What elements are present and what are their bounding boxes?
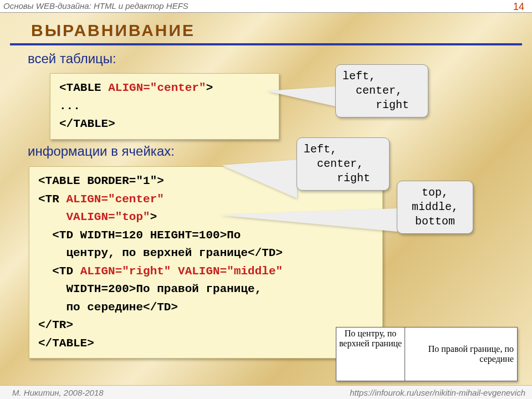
footer-author: М. Никитин, 2008-2018 <box>12 388 104 397</box>
callout-tail <box>219 208 397 232</box>
code-block-table-align: <TABLE ALIGN="center"> ... </TABLE> <box>50 73 279 140</box>
example-rendered-table: По центру, по верхней границе По правой … <box>336 327 518 381</box>
slide: Основы WEB-дизайна: HTML и редактор HEFS… <box>0 0 532 399</box>
callout-align-values-1: left, center, right <box>335 64 428 117</box>
callout-valign-values: top, middle, bottom <box>397 181 473 234</box>
subtitle-whole-table: всей таблицы: <box>28 51 116 66</box>
footer-url: https://infourok.ru/user/nikitin-mihail-… <box>350 388 525 397</box>
title-underline <box>10 43 522 45</box>
page-title: ВЫРАВНИВАНИЕ <box>31 21 195 40</box>
subtitle-cells: информации в ячейках: <box>28 144 175 159</box>
example-cell-middle-right: По правой границе, по середине <box>405 328 518 381</box>
callout-align-values-2: left, center, right <box>296 137 390 191</box>
page-number: 14 <box>513 1 524 13</box>
example-cell-top-center: По центру, по верхней границе <box>336 328 405 381</box>
table-row: По центру, по верхней границе По правой … <box>336 328 518 381</box>
header-text: Основы WEB-дизайна: HTML и редактор HEFS <box>3 1 188 11</box>
code-block-cells-align: <TABLE BORDER="1"> <TR ALIGN="center" VA… <box>29 166 383 359</box>
callout-tail <box>222 160 297 198</box>
callout-tail <box>266 86 336 106</box>
